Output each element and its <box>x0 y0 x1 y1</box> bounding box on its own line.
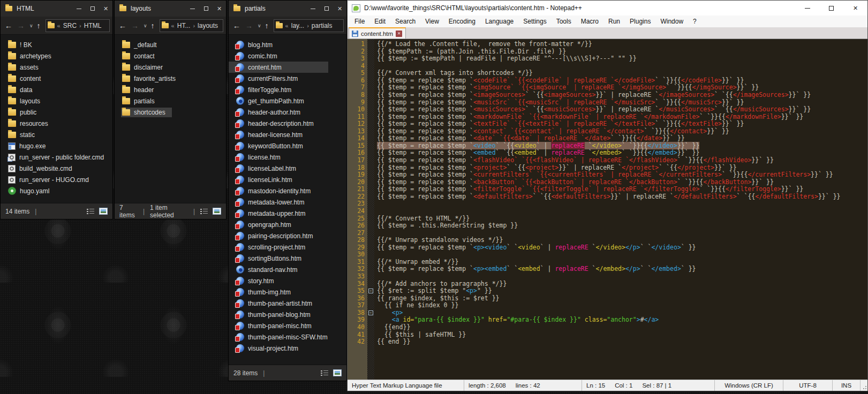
window-titlebar[interactable]: HTML ✕ <box>1 1 112 17</box>
file-row[interactable]: standard-nav.htm <box>229 264 346 275</box>
fold-margin[interactable]: −− <box>367 39 374 380</box>
code-line[interactable]: {{/* Load the .Content file, remove the … <box>377 41 867 48</box>
tab-content-htm[interactable]: content.htm ✕ <box>349 27 406 39</box>
code-line[interactable]: {{ $temp = replace $temp `<musicSrc` `{{… <box>377 99 867 107</box>
code-line[interactable]: {{ $temp = replace $temp `<flashVideo` `… <box>377 157 867 164</box>
maximize-button[interactable] <box>819 1 843 16</box>
up-icon[interactable]: ↑ <box>151 21 155 30</box>
minimize-button[interactable] <box>72 1 86 17</box>
up-icon[interactable]: ↑ <box>37 21 41 30</box>
code-line[interactable]: {{/* Unwrap embed */}} <box>377 259 867 266</box>
code-line[interactable]: {{ $temp = replace $temp `<p><embed` `<e… <box>377 266 867 273</box>
maximize-button[interactable] <box>199 1 213 17</box>
code-line[interactable]: {{ $temp = replace $temp `<defaultFilter… <box>377 193 867 201</box>
code-line[interactable]: {{/* Add anchors to paragraphs */}} <box>377 281 867 288</box>
code-line[interactable]: {{ $temp = replace $temp `<imageSources>… <box>377 92 867 99</box>
back-icon[interactable]: ← <box>233 21 240 30</box>
file-row[interactable]: scrolling-project.htm <box>229 241 346 253</box>
breadcrumb[interactable]: «HT...›layouts <box>160 19 223 32</box>
menu-view[interactable]: View <box>420 16 444 27</box>
breadcrumb-segment[interactable]: lay... <box>291 22 304 29</box>
minimize-button[interactable] <box>795 1 819 16</box>
code-line[interactable]: {{ $temp = replace $temp `<filterToggle`… <box>377 186 867 193</box>
minimize-button[interactable] <box>306 1 320 17</box>
code-line[interactable]: {{ $temp = replace $temp `<contact` `{{<… <box>377 128 867 135</box>
file-row[interactable]: disclaimer <box>115 62 226 73</box>
code-line[interactable]: {{ $temp = replace $temp `<markdownFile`… <box>377 113 867 121</box>
file-row[interactable]: filterToggle.htm <box>229 84 346 95</box>
menu-settings[interactable]: Settings <box>518 16 551 27</box>
breadcrumb-segment[interactable]: SRC <box>63 22 77 29</box>
code-line[interactable]: {{ $temp = replace $temp `<codeFile` `{{… <box>377 77 867 85</box>
forward-icon[interactable]: → <box>245 21 253 30</box>
editor[interactable]: 1234567891011121314151617181920212223242… <box>348 39 867 380</box>
file-row[interactable]: opengraph.htm <box>229 219 346 230</box>
breadcrumb[interactable]: «lay...›partials <box>274 19 344 32</box>
file-row[interactable]: metadata-upper.htm <box>229 208 346 219</box>
code-line[interactable]: {{/* Convert to HTML */}} <box>377 215 867 223</box>
file-row[interactable]: metadata-lower.htm <box>229 196 346 208</box>
code-line[interactable]: <a id="para-{{ $index }}" href="#para-{{… <box>377 316 867 324</box>
window-titlebar[interactable]: partials ✕ <box>229 1 346 17</box>
eol-format[interactable]: Windows (CR LF) <box>715 380 783 391</box>
code-line[interactable]: {{/* Convert xml tags into shortcodes */… <box>377 70 867 77</box>
maximize-button[interactable] <box>320 1 333 17</box>
close-button[interactable]: ✕ <box>333 1 346 17</box>
code-line[interactable]: {{ $this | safeHTML }} <box>377 331 867 339</box>
code-line[interactable]: {{/* Unwrap standalone videos */}} <box>377 237 867 244</box>
code-line[interactable]: {{ $temp = replace $temp `<project>` `{{… <box>377 164 867 172</box>
window-titlebar[interactable]: D:\www\favorite_things\SRC\HTML\layouts\… <box>348 1 867 16</box>
file-row[interactable]: build_website.cmd <box>1 163 112 174</box>
file-row[interactable]: archetypes <box>1 50 112 62</box>
file-row[interactable]: header-description.htm <box>229 118 346 129</box>
file-row[interactable]: layouts <box>1 95 112 107</box>
breadcrumb[interactable]: «SRC›HTML <box>46 19 110 32</box>
menu-encoding[interactable]: Encoding <box>444 16 480 27</box>
file-row[interactable]: sortingButtons.htm <box>229 253 346 264</box>
file-row[interactable]: thumb-panel-artist.htm <box>229 298 346 309</box>
breadcrumb-collapse-icon[interactable]: « <box>57 22 61 29</box>
file-row[interactable]: visual-project.htm <box>229 343 346 354</box>
forward-icon[interactable]: → <box>17 21 25 30</box>
file-row[interactable]: partials <box>115 95 226 107</box>
file-row[interactable]: hugo.exe <box>1 140 112 151</box>
menu-run[interactable]: Run <box>603 16 625 27</box>
file-row[interactable]: content.htm <box>229 62 346 73</box>
breadcrumb-segment[interactable]: HTML <box>84 22 102 29</box>
code-line[interactable]: {{ range $index, $this := $ret }} <box>377 295 867 302</box>
back-icon[interactable]: ← <box>5 21 12 30</box>
menu-[interactable]: ? <box>688 16 701 27</box>
file-row[interactable]: _default <box>115 39 226 50</box>
breadcrumb-segment[interactable]: HT... <box>177 22 191 29</box>
close-button[interactable]: ✕ <box>99 1 112 17</box>
breadcrumb-segment[interactable]: partials <box>312 22 333 29</box>
code-line[interactable]: {{ $temp = replace $temp `<video` `{{<vi… <box>377 142 867 150</box>
code-line[interactable]: {{ $temp := $tempPath | readFile | repla… <box>377 55 867 63</box>
file-row[interactable]: header-license.htm <box>229 129 346 140</box>
file-row[interactable]: shortcodes <box>115 107 226 118</box>
code-line[interactable]: {{ $temp = .this.RenderString $temp }} <box>377 222 867 230</box>
thumbnail-view-icon[interactable] <box>213 208 221 215</box>
file-row[interactable]: thumb-panel-misc-SFW.htm <box>229 331 346 343</box>
breadcrumb-collapse-icon[interactable]: « <box>171 22 175 29</box>
menu-language[interactable]: Language <box>480 16 518 27</box>
thumbnail-view-icon[interactable] <box>99 208 108 215</box>
code-line[interactable]: {{ $temp = replace $temp `<musicSources>… <box>377 106 867 113</box>
minimize-button[interactable] <box>186 1 199 17</box>
menu-edit[interactable]: Edit <box>369 16 390 27</box>
code-line[interactable] <box>377 230 867 237</box>
close-button[interactable]: ✕ <box>213 1 226 17</box>
file-row[interactable]: header <box>115 84 226 95</box>
forward-icon[interactable]: → <box>131 21 139 30</box>
file-row[interactable]: currentFilters.htm <box>229 73 346 84</box>
code-line[interactable]: <p> <box>377 309 867 317</box>
file-row[interactable]: thumb-img.htm <box>229 286 346 298</box>
file-row[interactable]: resources <box>1 118 112 129</box>
file-row[interactable]: hugo.yaml <box>1 185 112 196</box>
file-row[interactable]: blog.htm <box>229 39 346 50</box>
file-row[interactable]: content <box>1 73 112 84</box>
code-line[interactable]: {{ $ret := split $temp "<p>" }} <box>377 287 867 295</box>
encoding[interactable]: UTF-8 <box>783 380 833 391</box>
menu-file[interactable]: File <box>350 16 369 27</box>
code-line[interactable]: {{ $tempPath := (path.Join .this.File.Di… <box>377 48 867 56</box>
